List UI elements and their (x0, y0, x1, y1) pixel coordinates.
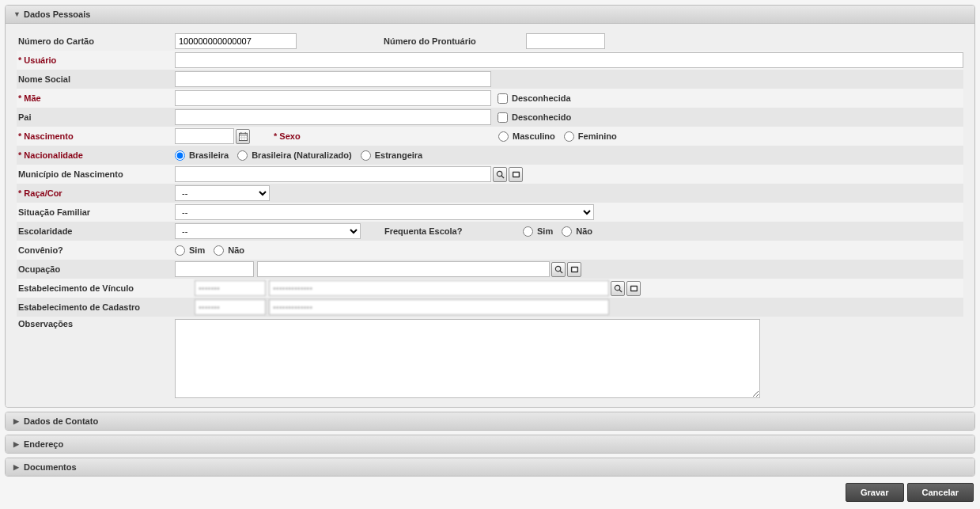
label-mother: * Mãe (17, 93, 175, 103)
label-nationality: * Nacionalidade (17, 150, 175, 160)
panel-header-contact[interactable]: ▶ Dados de Contato (6, 412, 974, 430)
action-button-bar: Gravar Cancelar (5, 481, 975, 502)
reg-est-name-input (269, 299, 609, 315)
nationality-br-radio[interactable] (175, 150, 185, 161)
sex-female-radio[interactable] (564, 131, 574, 142)
label-father: Pai (17, 112, 175, 122)
label-family-status: Situação Familiar (17, 207, 175, 217)
link-est-name-input[interactable] (269, 280, 609, 296)
label-card-number: Número do Cartão (17, 36, 175, 46)
caret-right-icon: ▶ (13, 463, 20, 471)
panel-address: ▶ Endereço (5, 435, 975, 454)
panel-personal-data: ▼ Dados Pessoais Número do Cartão Número… (5, 5, 975, 408)
mother-input[interactable] (175, 90, 491, 106)
clear-icon[interactable] (509, 167, 523, 182)
race-select[interactable]: -- (175, 185, 270, 201)
mother-unknown-checkbox[interactable] (498, 93, 508, 104)
father-unknown-checkbox[interactable] (498, 112, 508, 123)
calendar-icon[interactable] (236, 129, 250, 144)
save-button[interactable]: Gravar (846, 483, 903, 502)
svg-line-16 (619, 289, 621, 291)
label-race: * Raça/Cor (17, 188, 175, 198)
panel-title-address: Endereço (24, 439, 63, 449)
search-icon[interactable] (551, 262, 566, 277)
panel-body-personal: Número do Cartão Número do Prontuário * … (6, 24, 974, 407)
search-icon[interactable] (493, 167, 507, 182)
cancel-button[interactable]: Cancelar (907, 483, 974, 502)
nationality-foreign-radio[interactable] (361, 150, 371, 161)
label-insurance-yes: Sim (189, 245, 205, 255)
link-est-code-input[interactable] (195, 280, 266, 296)
clear-icon[interactable] (626, 281, 641, 296)
label-sex-female: Feminino (578, 131, 617, 141)
notes-textarea[interactable] (175, 319, 760, 398)
chart-number-input[interactable] (526, 33, 605, 49)
label-nat-foreign: Estrangeira (375, 150, 423, 160)
label-birth: * Nascimento (17, 131, 175, 141)
label-schooling: Escolaridade (17, 226, 175, 236)
panel-documents: ▶ Documentos (5, 458, 975, 477)
label-insurance: Convênio? (17, 245, 175, 255)
label-user: * Usuário (17, 55, 175, 65)
svg-rect-10 (513, 173, 518, 177)
label-father-unknown: Desconhecido (512, 112, 571, 122)
label-sex-male: Masculino (513, 131, 555, 141)
svg-point-15 (615, 285, 619, 290)
label-mother-unknown: Desconhecida (512, 93, 571, 103)
caret-right-icon: ▶ (13, 440, 20, 448)
user-input[interactable] (175, 52, 963, 68)
svg-rect-0 (239, 133, 247, 140)
birth-date-input[interactable] (175, 128, 234, 144)
panel-title-contact: Dados de Contato (24, 416, 98, 426)
label-social-name: Nome Social (17, 74, 175, 84)
panel-header-documents[interactable]: ▶ Documentos (6, 458, 974, 476)
sex-male-radio[interactable] (498, 131, 509, 142)
label-nat-br: Brasileira (189, 150, 229, 160)
label-attends-yes: Sim (537, 226, 553, 236)
label-attends-school: Frequenta Escola? (361, 226, 499, 236)
occupation-name-input[interactable] (257, 261, 550, 277)
search-icon[interactable] (611, 281, 625, 296)
insurance-no-radio[interactable] (214, 245, 224, 256)
occupation-code-input[interactable] (175, 261, 254, 277)
birth-city-input[interactable] (175, 166, 491, 182)
panel-title-documents: Documentos (24, 462, 77, 472)
reg-est-code-input (195, 299, 266, 315)
caret-down-icon: ▼ (13, 10, 20, 18)
panel-contact: ▶ Dados de Contato (5, 412, 975, 431)
father-input[interactable] (175, 109, 491, 125)
clear-icon[interactable] (567, 262, 581, 277)
svg-rect-18 (631, 287, 636, 291)
label-birth-city: Município de Nascimento (17, 169, 175, 179)
svg-line-8 (501, 175, 503, 177)
label-sex: * Sexo (250, 131, 388, 141)
label-notes: Observações (17, 319, 175, 329)
label-nat-naturalized: Brasileira (Naturalizado) (252, 150, 352, 160)
attends-yes-radio[interactable] (523, 226, 533, 237)
label-insurance-no: Não (228, 245, 244, 255)
attends-no-radio[interactable] (562, 226, 572, 237)
svg-point-11 (555, 266, 560, 271)
family-status-select[interactable]: -- (175, 204, 594, 220)
svg-rect-14 (572, 268, 577, 272)
panel-header-personal[interactable]: ▼ Dados Pessoais (6, 6, 974, 24)
schooling-select[interactable]: -- (175, 223, 361, 239)
label-reg-est: Estabelecimento de Cadastro (17, 302, 195, 312)
svg-line-12 (559, 270, 562, 272)
label-link-est: Estabelecimento de Vínculo (17, 283, 195, 293)
caret-right-icon: ▶ (13, 417, 20, 425)
label-occupation: Ocupação (17, 264, 175, 274)
card-number-input[interactable] (175, 33, 297, 49)
nationality-naturalized-radio[interactable] (237, 150, 248, 161)
social-name-input[interactable] (175, 71, 491, 87)
panel-title-personal: Dados Pessoais (24, 9, 90, 19)
label-chart-number: Número do Prontuário (297, 36, 526, 46)
insurance-yes-radio[interactable] (175, 245, 185, 256)
panel-header-address[interactable]: ▶ Endereço (6, 435, 974, 453)
label-attends-no: Não (576, 226, 592, 236)
svg-point-7 (497, 171, 501, 176)
